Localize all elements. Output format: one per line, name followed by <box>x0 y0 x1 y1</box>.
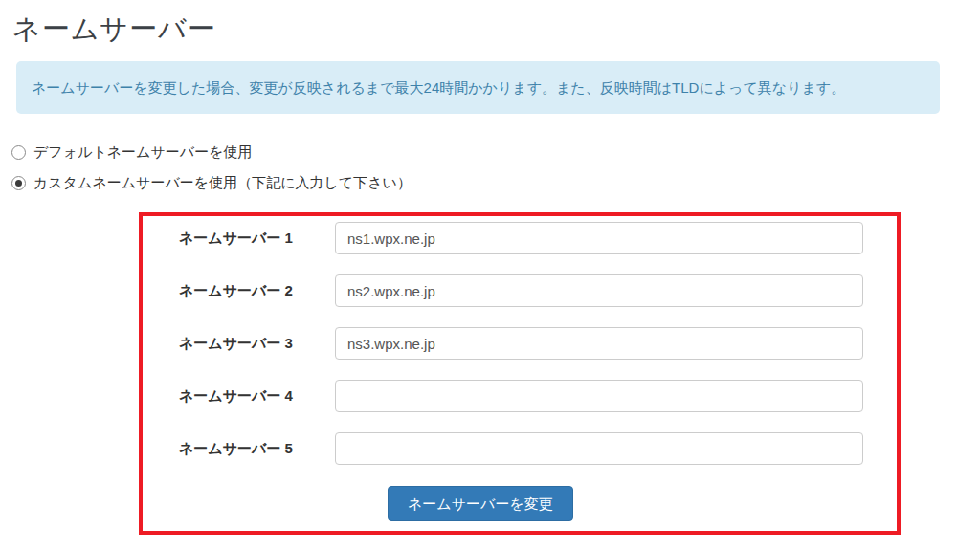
default-nameserver-radio-label: デフォルトネームサーバーを使用 <box>33 143 253 162</box>
nameserver-4-row: ネームサーバー 4 <box>179 380 897 412</box>
custom-nameserver-form-highlight-box: ネームサーバー 1 ネームサーバー 2 ネームサーバー 3 ネームサーバー 4 … <box>139 212 901 535</box>
nameserver-4-label: ネームサーバー 4 <box>179 387 335 406</box>
nameserver-2-row: ネームサーバー 2 <box>179 274 897 307</box>
submit-row: ネームサーバーを変更 <box>179 486 897 521</box>
info-banner-text: ネームサーバーを変更した場合、変更が反映されるまで最大24時間かかります。また、… <box>32 79 845 96</box>
nameserver-1-label: ネームサーバー 1 <box>179 230 335 248</box>
nameserver-4-input[interactable] <box>335 380 863 412</box>
nameserver-5-label: ネームサーバー 5 <box>179 440 335 458</box>
nameserver-3-input[interactable] <box>335 327 863 360</box>
nameserver-2-label: ネームサーバー 2 <box>179 282 335 300</box>
nameserver-mode-radio-group: デフォルトネームサーバーを使用 カスタムネームサーバーを使用（下記に入力して下さ… <box>11 142 980 193</box>
nameserver-1-input[interactable] <box>335 222 863 254</box>
nameserver-3-row: ネームサーバー 3 <box>179 327 897 360</box>
page-title: ネームサーバー <box>12 12 980 46</box>
nameserver-2-input[interactable] <box>335 274 863 307</box>
custom-nameserver-radio-label: カスタムネームサーバーを使用（下記に入力して下さい） <box>33 174 412 192</box>
nameserver-5-row: ネームサーバー 5 <box>179 432 897 465</box>
info-banner: ネームサーバーを変更した場合、変更が反映されるまで最大24時間かかります。また、… <box>16 61 940 114</box>
radio-option-default-nameserver[interactable]: デフォルトネームサーバーを使用 <box>11 142 980 163</box>
nameserver-1-row: ネームサーバー 1 <box>179 222 897 254</box>
change-nameserver-button[interactable]: ネームサーバーを変更 <box>388 486 573 521</box>
radio-option-custom-nameserver[interactable]: カスタムネームサーバーを使用（下記に入力して下さい） <box>11 172 980 193</box>
nameserver-3-label: ネームサーバー 3 <box>179 335 335 353</box>
custom-nameserver-radio[interactable] <box>11 176 26 190</box>
default-nameserver-radio[interactable] <box>11 145 26 160</box>
nameserver-5-input[interactable] <box>335 432 863 465</box>
